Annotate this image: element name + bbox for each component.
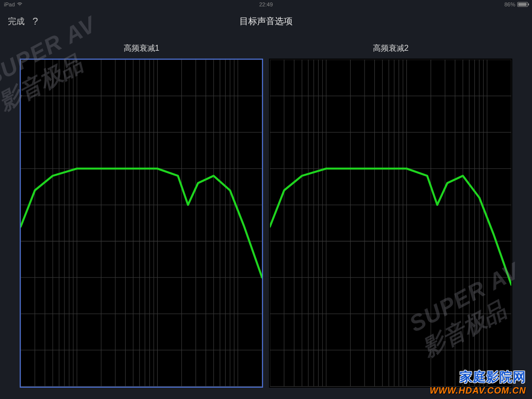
status-bar: iPad 22:49 86% bbox=[0, 0, 532, 9]
status-left: iPad bbox=[4, 1, 23, 7]
device-label: iPad bbox=[4, 1, 15, 7]
battery-icon bbox=[517, 2, 528, 7]
sound-option-1: 高频衰减1 bbox=[20, 43, 263, 384]
status-time: 22:49 bbox=[259, 1, 273, 7]
option-label-1: 高频衰减1 bbox=[20, 43, 263, 54]
done-button[interactable]: 完成 bbox=[8, 16, 25, 27]
page-title: 目标声音选项 bbox=[239, 15, 293, 27]
status-right: 86% bbox=[504, 1, 528, 7]
options-container: 高频衰减1 高频衰减2 bbox=[0, 33, 532, 399]
frequency-graph-2[interactable] bbox=[269, 59, 512, 388]
nav-bar: 完成 ? 目标声音选项 bbox=[0, 9, 532, 33]
response-curve-2 bbox=[270, 60, 511, 387]
help-button[interactable]: ? bbox=[33, 16, 38, 27]
frequency-graph-1[interactable] bbox=[20, 59, 263, 388]
option-label-2: 高频衰减2 bbox=[269, 43, 512, 54]
wifi-icon bbox=[17, 1, 23, 7]
response-curve-1 bbox=[21, 60, 262, 387]
sound-option-2: 高频衰减2 bbox=[269, 43, 512, 384]
battery-percent: 86% bbox=[504, 1, 515, 7]
